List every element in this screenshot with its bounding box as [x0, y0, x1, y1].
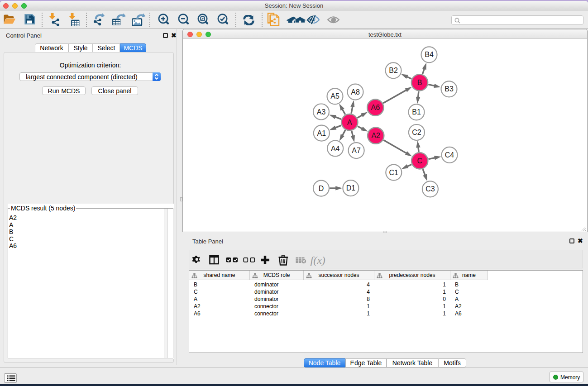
svg-text:B: B [417, 79, 422, 86]
svg-text:A2: A2 [371, 132, 380, 139]
svg-text:A7: A7 [352, 147, 361, 154]
svg-text:B4: B4 [425, 51, 434, 58]
svg-text:C2: C2 [412, 129, 421, 136]
svg-text:C1: C1 [389, 169, 399, 176]
svg-text:D1: D1 [346, 184, 356, 192]
svg-text:B1: B1 [412, 108, 421, 116]
svg-text:A: A [347, 119, 352, 126]
svg-text:C: C [417, 157, 422, 165]
svg-text:f(x): f(x) [311, 254, 325, 266]
svg-text:B2: B2 [389, 67, 398, 74]
svg-text:D: D [319, 185, 324, 192]
svg-text:A5: A5 [330, 92, 339, 100]
svg-text:A3: A3 [317, 108, 326, 116]
svg-text:B3: B3 [445, 85, 454, 93]
svg-text:C3: C3 [425, 185, 435, 193]
svg-text:A6: A6 [371, 104, 380, 111]
svg-text:A4: A4 [331, 145, 340, 152]
svg-text:A1: A1 [317, 129, 326, 137]
svg-text:A8: A8 [351, 88, 360, 96]
svg-text:C4: C4 [445, 151, 454, 159]
